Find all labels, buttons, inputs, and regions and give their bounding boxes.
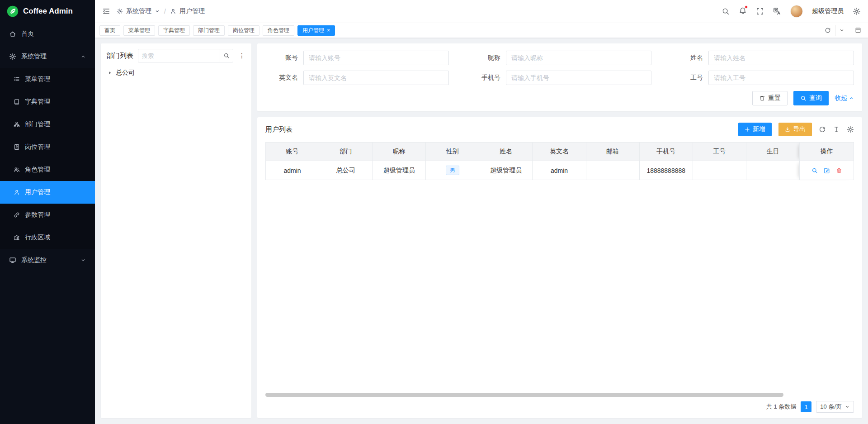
- sidebar-item-system-management[interactable]: 系统管理: [0, 45, 95, 68]
- cell-phone: 18888888888: [639, 161, 693, 180]
- col-phone: 手机号: [639, 143, 693, 161]
- col-account: 账号: [266, 143, 319, 161]
- gear-icon: [117, 8, 123, 14]
- dept-search-button[interactable]: [220, 49, 233, 62]
- user-list-panel: 用户列表 新增 导出: [257, 117, 862, 418]
- filter-phone-input[interactable]: [506, 71, 651, 85]
- filter-name-label: 姓名: [670, 54, 703, 62]
- monitor-icon: [9, 257, 16, 264]
- tab-label: 岗位管理: [233, 27, 255, 34]
- notification-bell[interactable]: [739, 7, 747, 16]
- main-area: 系统管理 / 用户管理 超级管理员 首页 菜单: [95, 0, 868, 424]
- filter-grid: 账号 昵称 姓名 英文名: [265, 51, 854, 85]
- col-birthday: 生日: [746, 143, 799, 161]
- sidebar-item-label: 菜单管理: [25, 75, 50, 83]
- filter-panel: 账号 昵称 姓名 英文名: [257, 43, 862, 111]
- sidebar-item-menu-management[interactable]: 菜单管理: [0, 68, 95, 91]
- menu-fold-icon[interactable]: [102, 7, 110, 15]
- dept-search-input[interactable]: [138, 49, 220, 62]
- tree-node-root[interactable]: 总公司: [106, 69, 246, 77]
- sidebar-item-system-monitor[interactable]: 系统监控: [0, 249, 95, 272]
- user-table: 账号 部门 昵称 性别 姓名 英文名 邮箱 手机号 工号 生日 操作: [265, 142, 854, 180]
- filter-nickname-label: 昵称: [468, 54, 500, 62]
- filter-job-number-label: 工号: [670, 74, 703, 82]
- tab-post-management[interactable]: 岗位管理: [228, 25, 259, 36]
- chevron-down-icon: [839, 28, 844, 33]
- layout-toggle[interactable]: [852, 25, 863, 36]
- filter-account: 账号: [265, 51, 449, 65]
- tab-user-management[interactable]: 用户管理 ×: [297, 25, 335, 36]
- sidebar-item-label: 字典管理: [25, 98, 50, 106]
- filter-job-number-input[interactable]: [708, 71, 854, 85]
- sidebar-item-user-management[interactable]: 用户管理: [0, 181, 95, 204]
- pagination-page-1[interactable]: 1: [801, 401, 811, 412]
- id-badge-icon: [14, 144, 20, 150]
- sidebar-item-dept-management[interactable]: 部门管理: [0, 113, 95, 136]
- filter-english-name-input[interactable]: [303, 71, 449, 85]
- chevron-down-icon: [844, 404, 850, 410]
- refresh-icon[interactable]: [819, 126, 826, 133]
- user-avatar[interactable]: [790, 5, 803, 18]
- column-settings-gear-icon[interactable]: [847, 126, 854, 133]
- filter-english-name: 英文名: [265, 71, 449, 85]
- tab-home[interactable]: 首页: [99, 25, 120, 36]
- col-nickname: 昵称: [373, 143, 426, 161]
- sidebar-item-param-management[interactable]: 参数管理: [0, 204, 95, 226]
- filter-account-input[interactable]: [303, 51, 449, 65]
- delete-icon[interactable]: [836, 167, 842, 174]
- user-icon: [14, 189, 20, 195]
- reset-button-label: 重置: [768, 94, 781, 102]
- tab-dept-management[interactable]: 部门管理: [193, 25, 225, 36]
- filter-name-input[interactable]: [708, 51, 854, 65]
- query-button[interactable]: 查询: [793, 91, 829, 105]
- sidebar-item-dict-management[interactable]: 字典管理: [0, 91, 95, 113]
- reset-button[interactable]: 重置: [752, 91, 788, 105]
- filter-nickname-input[interactable]: [506, 51, 651, 65]
- view-icon[interactable]: [811, 167, 818, 174]
- settings-gear-icon[interactable]: [853, 7, 861, 15]
- username[interactable]: 超级管理员: [812, 7, 844, 15]
- sidebar-item-label: 系统监控: [21, 256, 47, 264]
- tab-actions-dropdown[interactable]: [835, 25, 847, 36]
- cell-email: [586, 161, 639, 180]
- dept-panel-header: 部门列表 ⋮: [106, 49, 246, 62]
- table-row: admin 总公司 超级管理员 男 超级管理员 admin 1888888888…: [266, 161, 854, 180]
- sidebar-item-role-management[interactable]: 角色管理: [0, 158, 95, 181]
- cell-dept: 总公司: [319, 161, 373, 180]
- row-operations: [800, 167, 854, 174]
- search-icon[interactable]: [722, 7, 730, 15]
- filter-account-label: 账号: [265, 54, 298, 62]
- more-options-icon[interactable]: ⋮: [238, 52, 246, 59]
- breadcrumb-parent[interactable]: 系统管理: [126, 7, 151, 15]
- pagination-page-size-select[interactable]: 10 条/页: [816, 401, 854, 413]
- horizontal-scrollbar: [265, 393, 854, 397]
- sidebar-item-label: 部门管理: [25, 120, 50, 129]
- col-english-name: 英文名: [533, 143, 586, 161]
- horizontal-scrollbar-thumb[interactable]: [265, 393, 783, 397]
- add-button[interactable]: 新增: [738, 123, 772, 136]
- sidebar-item-post-management[interactable]: 岗位管理: [0, 136, 95, 158]
- sidebar-item-region-management[interactable]: 行政区域: [0, 226, 95, 249]
- translate-icon[interactable]: [773, 7, 781, 15]
- col-operations: 操作: [800, 143, 854, 161]
- tab-label: 字典管理: [163, 27, 185, 34]
- cell-job-number: [693, 161, 746, 180]
- density-icon[interactable]: [833, 126, 840, 133]
- sidebar: Coffee Admin 首页 系统管理 菜单管理 字典管理: [0, 0, 95, 424]
- fullscreen-icon[interactable]: [756, 7, 764, 15]
- caret-right-icon[interactable]: [107, 70, 113, 76]
- collapse-filters-link[interactable]: 收起: [835, 94, 854, 102]
- tab-menu-management[interactable]: 菜单管理: [123, 25, 155, 36]
- tabbar: 首页 菜单管理 字典管理 部门管理 岗位管理 角色管理 用户管理 ×: [95, 23, 868, 38]
- chevron-down-icon: [155, 9, 160, 14]
- filter-english-name-label: 英文名: [265, 74, 298, 82]
- tab-close-icon[interactable]: ×: [327, 28, 330, 33]
- tab-dict-management[interactable]: 字典管理: [158, 25, 190, 36]
- sidebar-item-home[interactable]: 首页: [0, 23, 95, 45]
- refresh-icon[interactable]: [825, 27, 831, 33]
- table-actions: 新增 导出: [738, 123, 854, 136]
- sidebar-item-label: 角色管理: [25, 166, 50, 174]
- edit-icon[interactable]: [824, 167, 830, 174]
- export-button[interactable]: 导出: [778, 123, 812, 136]
- tab-role-management[interactable]: 角色管理: [263, 25, 294, 36]
